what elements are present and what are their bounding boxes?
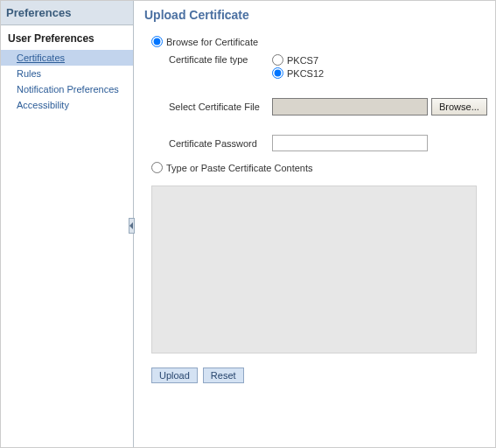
file-path-display [272, 98, 428, 116]
browse-form: Certificate file type PKCS7 PKCS12 Selec… [169, 54, 487, 151]
sidebar-item-label: Certificates [17, 52, 65, 63]
select-file-label: Select Certificate File [169, 102, 272, 112]
filetype-pkcs12-radio[interactable] [272, 67, 283, 79]
page-title: Upload Certificate [144, 8, 487, 22]
sidebar: Preferences User Preferences Certificate… [1, 1, 134, 447]
action-row: Upload Reset [151, 368, 487, 383]
reset-button[interactable]: Reset [203, 368, 244, 383]
splitter-collapse-handle[interactable] [129, 218, 135, 234]
filetype-pkcs12-label: PKCS12 [287, 68, 324, 79]
sidebar-items: Certificates Rules Notification Preferen… [1, 50, 133, 113]
filetype-group: PKCS7 PKCS12 [272, 54, 324, 79]
password-label: Certificate Password [169, 138, 272, 149]
mode-browse-radio[interactable] [151, 36, 163, 47]
sidebar-item-label: Rules [17, 68, 41, 79]
filetype-pkcs7-label: PKCS7 [287, 55, 318, 66]
sidebar-item-certificates[interactable]: Certificates [1, 50, 133, 66]
filetype-label: Certificate file type [169, 54, 272, 65]
mode-browse-row[interactable]: Browse for Certificate [151, 36, 487, 47]
password-input[interactable] [272, 135, 428, 151]
filetype-pkcs7-radio[interactable] [272, 54, 283, 66]
sidebar-item-notification-preferences[interactable]: Notification Preferences [1, 81, 133, 97]
upload-button[interactable]: Upload [151, 368, 198, 383]
mode-paste-row[interactable]: Type or Paste Certificate Contents [151, 162, 487, 173]
sidebar-item-label: Accessibility [17, 100, 69, 110]
sidebar-section-heading: User Preferences [1, 25, 133, 50]
filetype-pkcs7-row[interactable]: PKCS7 [272, 54, 324, 66]
app-container: Preferences User Preferences Certificate… [0, 0, 496, 448]
mode-browse-label: Browse for Certificate [166, 37, 258, 47]
paste-textarea[interactable] [151, 186, 477, 354]
mode-paste-label: Type or Paste Certificate Contents [166, 163, 313, 173]
sidebar-item-label: Notification Preferences [17, 84, 119, 94]
chevron-left-icon [129, 222, 134, 229]
sidebar-item-rules[interactable]: Rules [1, 66, 133, 81]
sidebar-item-accessibility[interactable]: Accessibility [1, 97, 133, 113]
browse-button[interactable]: Browse... [431, 98, 487, 116]
mode-paste-radio[interactable] [151, 162, 163, 173]
sidebar-title: Preferences [1, 1, 133, 25]
filetype-pkcs12-row[interactable]: PKCS12 [272, 67, 324, 79]
main-panel: Upload Certificate Browse for Certificat… [134, 1, 496, 447]
